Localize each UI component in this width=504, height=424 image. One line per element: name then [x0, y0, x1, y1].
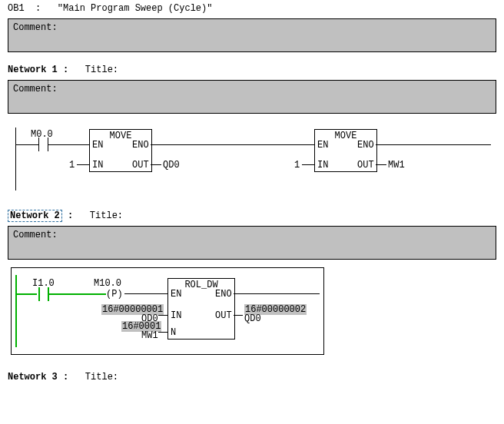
port-eno: ENO	[132, 140, 149, 151]
contact-address: I1.0	[32, 278, 55, 289]
wire	[48, 144, 89, 145]
in-value: 1	[294, 160, 300, 171]
network-2-title-row: Network 2 : Title:	[0, 206, 504, 224]
network-2-diagram[interactable]: I1.0 M10.0 (P) ROL_DW EN ENO IN OUT N 16…	[8, 267, 496, 359]
wire	[158, 332, 167, 333]
block-id: OB1	[8, 3, 25, 14]
network-1-title-text[interactable]: Title:	[85, 65, 118, 75]
network-2-title-text[interactable]: Title:	[90, 210, 123, 221]
block-comment-box[interactable]: Comment:	[8, 18, 496, 52]
out-signal: QD0	[244, 313, 261, 324]
network-2-comment-box[interactable]: Comment:	[8, 226, 496, 260]
wire	[302, 164, 314, 165]
sep: :	[30, 3, 52, 14]
wire	[376, 144, 491, 145]
network-2-label[interactable]: Network 2	[8, 210, 62, 222]
port-in: IN	[171, 310, 181, 321]
network-1-label[interactable]: Network 1	[8, 65, 58, 75]
wire	[158, 315, 167, 316]
positive-edge-coil: (P)	[106, 289, 123, 300]
port-en: EN	[317, 140, 328, 151]
sep: :	[68, 210, 73, 221]
contact-open-left	[38, 287, 40, 301]
out-signal: QD0	[163, 160, 180, 171]
contact-open-left	[38, 137, 39, 151]
wire	[234, 293, 320, 294]
out-signal: MW1	[388, 160, 405, 171]
port-out: OUT	[357, 160, 374, 171]
port-out: OUT	[132, 160, 149, 171]
wire	[151, 164, 161, 165]
comment-label: Comment:	[13, 230, 58, 240]
wire	[151, 144, 314, 145]
port-out: OUT	[215, 310, 232, 321]
network-1-comment-box[interactable]: Comment:	[8, 80, 496, 114]
wire-active	[49, 293, 106, 295]
port-en: EN	[171, 289, 181, 300]
port-in: IN	[317, 160, 328, 171]
network-3-title-text[interactable]: Title:	[85, 372, 118, 383]
sep: :	[63, 372, 68, 383]
port-eno: ENO	[357, 140, 374, 151]
left-rail	[15, 128, 16, 190]
pcoil-address: M10.0	[94, 278, 121, 289]
network-3-title-row: Network 3 : Title:	[0, 367, 504, 386]
fbd-box-roldw[interactable]: ROL_DW	[167, 278, 235, 340]
port-n: N	[171, 327, 176, 338]
in-value: 1	[69, 160, 75, 171]
block-header: OB1 : "Main Program Sweep (Cycle)"	[0, 0, 504, 17]
wire	[77, 164, 89, 165]
wire	[376, 164, 386, 165]
comment-label: Comment:	[13, 22, 58, 33]
wire	[124, 293, 167, 294]
wire-active	[15, 293, 37, 295]
block-title: "Main Program Sweep (Cycle)"	[58, 3, 213, 14]
comment-label: Comment:	[13, 84, 58, 94]
port-en: EN	[92, 140, 103, 151]
left-rail-active	[15, 275, 17, 347]
sep: :	[63, 65, 68, 75]
wire	[234, 315, 243, 316]
network-1-diagram[interactable]: M0.0 MOVE EN ENO IN OUT 1 QD0 MOVE EN EN…	[8, 121, 496, 198]
network-3-label[interactable]: Network 3	[8, 372, 58, 383]
network-1-title-row: Network 1 : Title:	[0, 60, 504, 78]
port-in: IN	[92, 160, 103, 171]
wire	[15, 144, 38, 145]
n-signal: MW1	[141, 330, 158, 341]
port-eno: ENO	[215, 289, 232, 300]
contact-address: M0.0	[31, 129, 53, 140]
